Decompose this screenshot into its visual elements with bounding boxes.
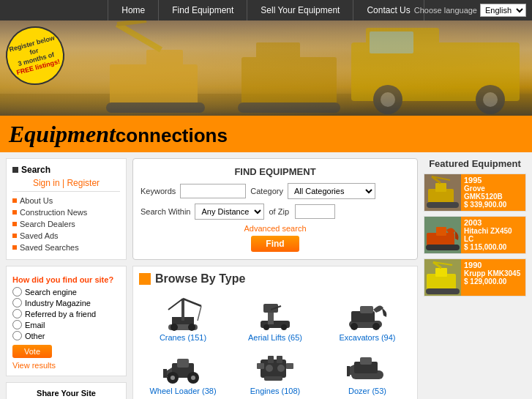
find-equipment-title: FIND EQUIPMENT <box>141 166 410 177</box>
menu-bullet-icon <box>12 245 17 250</box>
svg-point-38 <box>171 376 175 380</box>
poll-question: How did you find our site? <box>12 275 120 284</box>
featured-info-1: 1995 Grove GMK5120B $ 339,900.00 <box>461 174 525 211</box>
search-bullet-icon <box>12 167 18 173</box>
menu-bullet-icon <box>12 234 17 238</box>
svg-point-4 <box>381 92 395 107</box>
engines-label: Engines (108) <box>250 387 301 395</box>
crane-icon <box>157 293 209 333</box>
svg-rect-43 <box>286 363 293 369</box>
dozer-icon <box>342 346 393 387</box>
featured-item-1[interactable]: 1995 Grove GMK5120B $ 339,900.00 <box>424 174 526 212</box>
svg-rect-51 <box>360 357 372 365</box>
main-content: Search Sign in | Register About Us Const… <box>0 152 532 399</box>
featured-item-2[interactable]: 2003 Hitachi ZX450 LC $ 115,000.00 <box>424 216 526 254</box>
sidebar-search-box: Search Sign in | Register About Us Const… <box>6 158 127 260</box>
featured-name-3: Krupp KMK3045 <box>464 269 522 277</box>
svg-line-20 <box>168 299 183 310</box>
svg-rect-12 <box>106 102 205 113</box>
dozer-label: Dozer (53) <box>348 387 386 395</box>
equip-excavators[interactable]: Excavators (94) <box>323 293 411 342</box>
browse-square-icon <box>139 273 151 285</box>
site-logo[interactable]: Equipmentconnections <box>9 121 228 148</box>
svg-line-19 <box>183 299 201 306</box>
menu-bullet-icon <box>12 198 17 203</box>
featured-item-3[interactable]: 1990 Krupp KMK3045 $ 129,000.00 <box>424 258 526 297</box>
engine-icon <box>250 346 301 387</box>
equip-dozer[interactable]: Dozer (53) <box>323 346 411 395</box>
poll-option-referred[interactable]: Referred by a friend <box>12 309 120 318</box>
svg-rect-44 <box>268 356 274 363</box>
sidebar-saved-searches[interactable]: Saved Searches <box>12 242 120 253</box>
svg-line-11 <box>117 20 146 24</box>
signin-register-link[interactable]: Sign in | Register <box>12 178 120 188</box>
hero-machinery <box>0 20 532 116</box>
hero-banner: Register below for 3 months of FREE list… <box>0 20 532 116</box>
menu-bullet-icon <box>12 210 17 215</box>
svg-rect-42 <box>257 363 264 369</box>
center-content: FIND EQUIPMENT Keywords Category All Cat… <box>132 158 418 399</box>
equipment-grid: Cranes (151) Aerial Lift <box>139 293 411 399</box>
logo-bar: Equipmentconnections <box>0 116 532 152</box>
category-select[interactable]: All Categories <box>288 183 375 199</box>
featured-thumb-1 <box>424 174 461 211</box>
find-button[interactable]: Find <box>251 236 299 252</box>
left-sidebar: Search Sign in | Register About Us Const… <box>6 158 127 399</box>
language-select[interactable]: English <box>480 4 526 17</box>
svg-rect-83 <box>435 268 447 277</box>
featured-price-3: $ 129,000.00 <box>464 277 522 286</box>
svg-point-40 <box>191 376 195 380</box>
sidebar-search-dealers[interactable]: Search Dealers <box>12 218 120 230</box>
browse-type-title: Browse By Type <box>155 272 245 286</box>
cranes-label: Cranes (151) <box>160 333 206 342</box>
keywords-label: Keywords <box>141 187 176 195</box>
wheel-loader-icon <box>157 346 209 387</box>
vote-button[interactable]: Vote <box>12 345 52 358</box>
svg-point-6 <box>483 92 498 107</box>
poll-option-email[interactable]: Email <box>12 320 120 329</box>
poll-option-industry-magazine[interactable]: Industry Magazine <box>12 298 120 307</box>
zip-input[interactable] <box>295 204 335 219</box>
search-title: Search <box>12 165 120 175</box>
featured-name-2: Hitachi ZX450 LC <box>464 227 522 243</box>
featured-image-2 <box>424 217 461 253</box>
equip-wheel-loader[interactable]: Wheel Loader (38) <box>139 346 227 395</box>
nav-sell-equipment[interactable]: Sell Your Equipment <box>247 0 353 20</box>
svg-rect-36 <box>177 359 189 368</box>
view-results-link[interactable]: View results <box>12 361 120 370</box>
featured-year-1: 1995 <box>464 176 522 184</box>
svg-rect-73 <box>435 183 446 192</box>
advanced-search-link[interactable]: Advanced search <box>141 224 410 233</box>
right-sidebar: Featured Equipment 1995 Grove GMK5120B $… <box>424 158 526 399</box>
svg-point-28 <box>263 324 269 330</box>
nav-find-equipment[interactable]: Find Equipment <box>159 0 247 20</box>
search-within-row: Search Within Any Distance of Zip <box>141 204 410 220</box>
category-label: Category <box>250 187 283 195</box>
featured-info-2: 2003 Hitachi ZX450 LC $ 115,000.00 <box>461 217 525 253</box>
svg-rect-79 <box>436 227 446 236</box>
nav-home[interactable]: Home <box>108 0 159 20</box>
poll-box: How did you find our site? Search engine… <box>6 266 127 376</box>
equip-aerial-lifts[interactable]: Aerial Lifts (65) <box>231 293 319 342</box>
aerial-lift-icon <box>250 293 301 333</box>
equip-cranes[interactable]: Cranes (151) <box>139 293 227 342</box>
divider <box>12 191 120 192</box>
sidebar-construction-news[interactable]: Construction News <box>12 206 120 218</box>
keywords-input[interactable] <box>180 184 246 198</box>
svg-point-34 <box>372 323 380 330</box>
featured-year-3: 1990 <box>464 261 522 269</box>
svg-line-21 <box>198 306 201 321</box>
featured-image-1 <box>424 174 461 211</box>
poll-option-search-engine[interactable]: Search engine <box>12 287 120 297</box>
svg-rect-15 <box>238 102 340 113</box>
sidebar-about-us[interactable]: About Us <box>12 195 120 206</box>
svg-rect-80 <box>426 245 460 250</box>
excavators-label: Excavators (94) <box>339 333 395 342</box>
svg-rect-18 <box>181 299 184 321</box>
poll-option-other[interactable]: Other <box>12 331 120 340</box>
menu-bullet-icon <box>12 222 17 226</box>
distance-select[interactable]: Any Distance <box>195 204 264 220</box>
sidebar-saved-ads[interactable]: Saved Ads <box>12 230 120 242</box>
featured-info-3: 1990 Krupp KMK3045 $ 129,000.00 <box>461 259 525 296</box>
equip-engines[interactable]: Engines (108) <box>231 346 319 395</box>
